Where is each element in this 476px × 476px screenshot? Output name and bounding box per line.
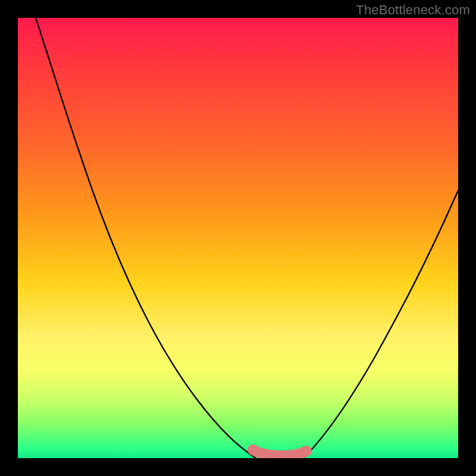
valley-segment — [253, 450, 306, 456]
curve-svg — [18, 18, 458, 458]
right-curve — [303, 190, 458, 458]
left-curve — [36, 18, 256, 458]
chart-frame: TheBottleneck.com — [0, 0, 476, 476]
plot-area — [18, 18, 458, 458]
watermark-text: TheBottleneck.com — [356, 2, 470, 18]
